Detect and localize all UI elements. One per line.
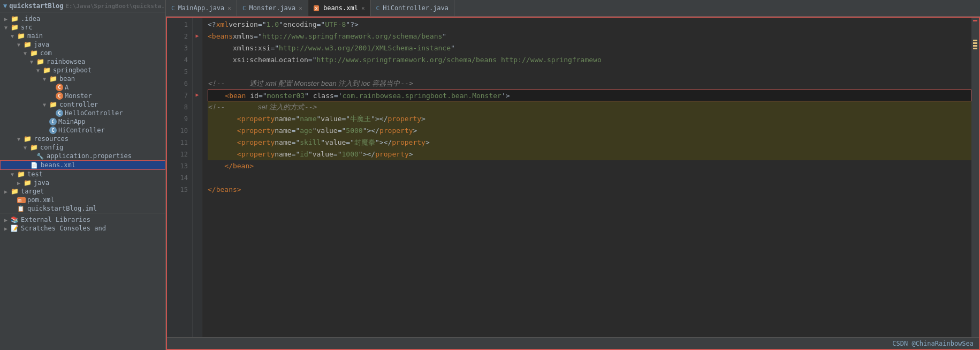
line-num-14: 14 <box>167 172 188 184</box>
tree-label: main <box>27 32 43 40</box>
tree-item-config[interactable]: ▼ 📁 config <box>0 143 165 152</box>
code-text: com.rainbowsea.springboot.bean.Monster <box>343 92 502 100</box>
tree-label: quickstartBlog.iml <box>27 205 97 212</box>
tab-monster[interactable]: C Monster.java × <box>237 0 308 16</box>
tab-mainapp[interactable]: C MainApp.java × <box>166 0 237 16</box>
code-text: =" <box>258 19 267 31</box>
code-content[interactable]: <?xml version="1.0" encoding="UTF-8"?> <… <box>202 18 971 337</box>
code-text: "></ <box>359 148 375 160</box>
tab-beans-xml[interactable]: x beans.xml × <box>308 0 371 16</box>
code-line-6: <!-- 通过 xml 配置 Monster bean 注入到 ioc 容器当中… <box>208 78 971 90</box>
code-line-1: <?xml version="1.0" encoding="UTF-8"?> <box>208 19 971 31</box>
line-num-1: 1 <box>167 19 188 31</box>
code-text: > <box>249 160 254 172</box>
code-text <box>208 160 224 172</box>
tree-item-src[interactable]: ▼ 📁 src <box>0 23 165 32</box>
code-text: version <box>229 19 258 31</box>
arrow-icon: ▼ <box>30 59 36 65</box>
code-text: property <box>241 113 275 125</box>
java-tab-icon: C <box>171 5 175 12</box>
scroll-mark-yellow-4 <box>973 48 977 49</box>
tree-bottom-items: ▶ 📚 External Libraries ▶ 📝 Scratches Con… <box>0 213 165 235</box>
tree-item-iml[interactable]: 📋 quickstartBlog.iml <box>0 204 165 213</box>
code-text: =" <box>292 113 300 125</box>
code-text: xmlns:xsi <box>233 42 270 54</box>
code-text: value <box>313 148 333 160</box>
tree-item-java[interactable]: ▼ 📁 java <box>0 40 165 49</box>
tree-item-test[interactable]: ▼ 📁 test <box>0 170 165 178</box>
tree-label: beans.xml <box>41 161 75 169</box>
tree-label: springboot <box>53 66 92 74</box>
tree-item-rainbowsea[interactable]: ▼ 📁 rainbowsea <box>0 57 165 66</box>
props-icon: 🔧 <box>36 153 45 160</box>
code-text: "></ <box>371 113 388 125</box>
code-text: < <box>225 92 229 100</box>
tree-item-hicontroller[interactable]: C HiController <box>0 126 165 135</box>
tree-item-hellocontroller[interactable]: C HelloController <box>0 109 165 117</box>
tree-label: A <box>65 84 69 91</box>
code-text: xml <box>216 19 229 31</box>
code-text: =" <box>254 31 262 42</box>
tree-label: test <box>27 170 43 178</box>
tab-close-monster[interactable]: × <box>299 5 302 12</box>
tree-item-controller[interactable]: ▼ 📁 controller <box>0 100 165 109</box>
tree-item-idea[interactable]: ▶ 📁 .idea <box>0 14 165 23</box>
project-title: quickstartBlog <box>9 2 63 10</box>
code-text: name <box>300 113 316 125</box>
tree-label: bean <box>59 75 75 83</box>
folder-icon: 📁 <box>36 58 45 65</box>
project-tree-panel: ▼ quickstartBlog E:\Java\SpringBoot\quic… <box>0 0 166 350</box>
tree-item-main[interactable]: ▼ 📁 main <box>0 32 165 40</box>
project-path: E:\Java\SpringBoot\quicksta... <box>65 3 166 10</box>
code-text <box>208 137 237 148</box>
java-class-icon: C <box>49 118 57 125</box>
code-text: < <box>237 125 241 137</box>
code-text: 1.0 <box>267 19 279 31</box>
tree-item-mainapp[interactable]: C MainApp <box>0 117 165 126</box>
tree-item-application-props[interactable]: 🔧 application.properties <box>0 152 165 160</box>
line-num-5: 5 <box>167 66 188 78</box>
gutter-line <box>193 124 202 136</box>
tree-label: .idea <box>21 15 40 23</box>
tree-item-bean[interactable]: ▼ 📁 bean <box>0 75 165 83</box>
tree-item-com[interactable]: ▼ 📁 com <box>0 49 165 57</box>
tree-item-pom-xml[interactable]: m pom.xml <box>0 196 165 204</box>
tree-item-springboot[interactable]: ▼ 📁 springboot <box>0 66 165 75</box>
code-text: id <box>300 148 308 160</box>
tree-label: config <box>40 144 63 151</box>
tree-label: rainbowsea <box>47 58 85 65</box>
tab-label: Monster.java <box>249 4 296 12</box>
tree-item-monster[interactable]: C Monster <box>0 92 165 100</box>
gutter-mark-7: ▶ <box>195 92 199 98</box>
tree-label: pom.xml <box>27 196 55 204</box>
tab-close-mainapp[interactable]: × <box>227 5 231 12</box>
code-line-10: <property name="age" value="5000"></prop… <box>208 125 971 137</box>
tree-label: resources <box>34 135 69 143</box>
arrow-icon: ▶ <box>4 217 11 223</box>
code-text: "></ <box>363 125 379 137</box>
code-text: > <box>421 113 426 125</box>
right-scrollbar[interactable] <box>971 18 979 337</box>
tab-close-beans[interactable]: × <box>361 5 365 12</box>
code-text: id <box>250 92 259 100</box>
bottom-bar: CSDN @ChinaRainbowSea <box>167 337 979 349</box>
code-line-14 <box>208 172 971 184</box>
tree-item-external-libraries[interactable]: ▶ 📚 External Libraries <box>0 215 165 224</box>
tab-label: beans.xml <box>323 4 358 12</box>
tree-item-target[interactable]: ▶ 📁 target <box>0 187 165 196</box>
tree-item-A[interactable]: C A <box>0 83 165 92</box>
arrow-icon: ▶ <box>4 226 11 232</box>
tree-item-beans-xml[interactable]: 📄 beans.xml <box>0 160 165 170</box>
tree-item-resources[interactable]: ▼ 📁 resources <box>0 135 165 143</box>
code-text: property <box>388 113 421 125</box>
java-class-icon: C <box>56 109 63 117</box>
tree-item-test-java[interactable]: ▶ 📁 java <box>0 178 165 187</box>
code-text: <? <box>208 19 216 31</box>
tree-label: HiController <box>58 126 105 134</box>
code-text: xmlns <box>233 31 254 42</box>
tree-item-scratches[interactable]: ▶ 📝 Scratches Consoles and <box>0 224 165 233</box>
tab-hicontroller[interactable]: C HiController.java <box>371 0 454 16</box>
line-num-11: 11 <box>167 137 188 148</box>
code-text: name <box>275 113 291 125</box>
arrow-icon: ▼ <box>24 50 30 56</box>
